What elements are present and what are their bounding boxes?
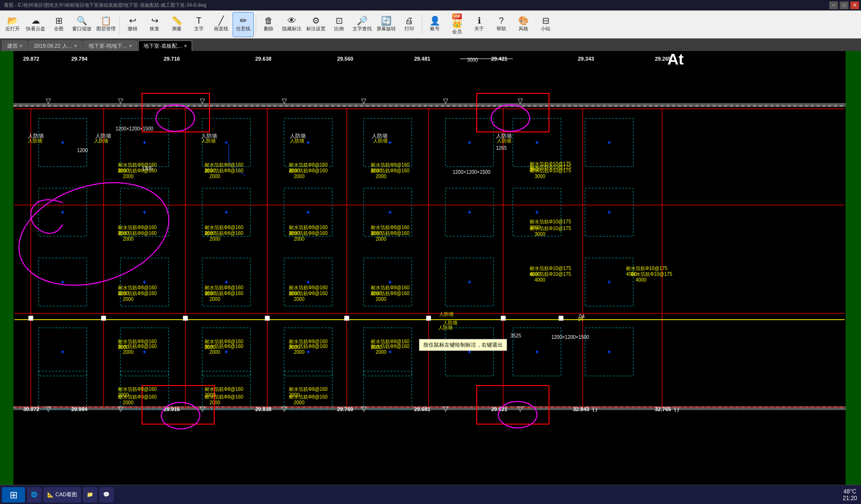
text-icon: T: [196, 16, 202, 25]
cad-canvas-area[interactable]: 按住鼠标左键绘制标注，右键退出: [0, 51, 861, 491]
draw-line-label: 画直线: [214, 26, 228, 32]
windows-taskbar: ⊞ 🌐 📐 CAD看图 📁 💬 48°C 21:20: [0, 485, 861, 504]
taskbar-browser[interactable]: 🌐: [27, 487, 41, 503]
toolbar-btn-redo[interactable]: ↪恢复: [144, 12, 165, 37]
toolbar-btn-mini[interactable]: ⊟小站: [535, 12, 556, 37]
print-icon: 🖨: [405, 16, 414, 25]
close-button[interactable]: ✕: [850, 1, 859, 9]
full-view-icon: ⊞: [55, 16, 63, 25]
recent-open-icon: 📂: [7, 16, 18, 25]
freehand-icon: ✏: [240, 16, 247, 25]
toolbar-btn-window-zoom[interactable]: 🔍窗口缩放: [70, 12, 93, 37]
toolbar: 📂近打开☁快看云盘⊞全图🔍窗口缩放📋图层管理↩撤销↪恢复📏测量T文字╱画直线✏任…: [0, 11, 861, 39]
toolbar-btn-about[interactable]: ℹ关于: [469, 12, 490, 37]
undo-label: 撤销: [128, 26, 137, 32]
full-view-label: 全图: [54, 26, 64, 32]
measure-icon: 📏: [171, 16, 182, 25]
toolbar-btn-screen-rotate[interactable]: 🔄屏幕旋转: [375, 12, 398, 37]
start-icon: ⊞: [10, 489, 18, 501]
layer-mgr-label: 图层管理: [96, 26, 116, 32]
taskbar-time: 48°C 21:20: [843, 488, 857, 502]
layer-mgr-icon: 📋: [101, 16, 111, 25]
taskbar-wechat[interactable]: 💬: [99, 487, 114, 503]
toolbar-btn-member[interactable]: VIP👑会员: [446, 12, 468, 37]
toolbar-divider: [422, 15, 422, 34]
toolbar-btn-label-setting[interactable]: ⚙标注设置: [304, 12, 327, 37]
hide-label-icon: 👁: [287, 16, 296, 25]
label-setting-icon: ⚙: [312, 16, 320, 25]
about-icon: ℹ: [478, 16, 481, 25]
mini-label: 小站: [541, 26, 550, 32]
account-label: 账号: [430, 26, 440, 32]
toolbar-btn-account[interactable]: 👤账号: [424, 12, 445, 37]
member-label: 会员: [452, 28, 462, 35]
cloud-save-icon: ☁: [31, 16, 40, 25]
member-icon: 👑: [452, 19, 462, 28]
tooltip-popup: 按住鼠标左键绘制标注，右键退出: [419, 339, 507, 351]
toolbar-divider: [256, 15, 256, 34]
toolbar-btn-hide-label[interactable]: 👁隐藏标注: [280, 12, 303, 37]
tabbar: 建筑 ×2019.08.22 人… ×地下室-纯地下… ×地下室-底板配… ×: [0, 39, 861, 51]
toolbar-btn-layer-mgr[interactable]: 📋图层管理: [94, 12, 117, 37]
start-button[interactable]: ⊞: [2, 487, 25, 503]
toolbar-btn-help[interactable]: ?帮助: [491, 12, 512, 37]
style-icon: 🎨: [518, 16, 529, 25]
hide-label-label: 隐藏标注: [282, 26, 301, 32]
toolbar-btn-text[interactable]: T文字: [188, 12, 209, 37]
toolbar-btn-cloud-save[interactable]: ☁快看云盘: [24, 12, 47, 37]
delete-icon: 🗑: [264, 16, 273, 25]
toolbar-btn-freehand[interactable]: ✏任意线: [233, 12, 254, 37]
taskbar-cad[interactable]: 📐 CAD看图: [43, 487, 81, 503]
account-icon: 👤: [430, 16, 440, 25]
style-label: 风格: [519, 26, 528, 32]
toolbar-btn-recent-open[interactable]: 📂近打开: [2, 12, 23, 37]
redo-icon: ↪: [151, 16, 158, 25]
toolbar-btn-print[interactable]: 🖨打印: [399, 12, 420, 37]
screen-rotate-label: 屏幕旋转: [377, 26, 396, 32]
redo-label: 恢复: [150, 26, 159, 32]
measure-label: 测量: [172, 26, 182, 32]
help-label: 帮助: [496, 26, 506, 32]
tab-tab1[interactable]: 建筑 ×: [2, 40, 27, 51]
toolbar-btn-undo[interactable]: ↩撤销: [122, 12, 143, 37]
window-zoom-icon: 🔍: [77, 16, 87, 25]
about-label: 关于: [474, 26, 484, 32]
label-setting-label: 标注设置: [306, 26, 326, 32]
text-find-icon: 🔎: [357, 16, 367, 25]
tab-tab3[interactable]: 地下室-纯地下… ×: [83, 40, 137, 51]
toolbar-divider: [119, 15, 120, 34]
maximize-button[interactable]: □: [840, 1, 848, 9]
toolbar-btn-style[interactable]: 🎨风格: [513, 12, 534, 37]
titlebar: 看图 - E:\裕州项目\图纸文件\裕棉项目地下室基础底板图\地下室-底板配筋-…: [0, 0, 861, 11]
scale-icon: ⊡: [336, 16, 343, 25]
undo-icon: ↩: [129, 16, 136, 25]
mini-icon: ⊟: [542, 16, 549, 25]
text-label: 文字: [194, 26, 204, 32]
toolbar-btn-delete[interactable]: 🗑删除: [258, 12, 279, 37]
toolbar-btn-scale[interactable]: ⊡比例: [328, 12, 350, 37]
title-text: 看图 - E:\裕州项目\图纸文件\裕棉项目地下室基础底板图\地下室-底板配筋-…: [4, 2, 207, 9]
delete-label: 删除: [264, 26, 274, 32]
cad-drawing: [0, 51, 861, 491]
tab-tab4[interactable]: 地下室-底板配… ×: [138, 40, 192, 51]
print-label: 打印: [404, 26, 414, 32]
freehand-label: 任意线: [236, 26, 250, 32]
recent-open-label: 近打开: [5, 26, 20, 32]
screen-rotate-icon: 🔄: [381, 16, 391, 25]
toolbar-btn-full-view[interactable]: ⊞全图: [48, 12, 69, 37]
cloud-save-label: 快看云盘: [26, 26, 45, 32]
toolbar-btn-measure[interactable]: 📏测量: [166, 12, 187, 37]
tab-tab2[interactable]: 2019.08.22 人… ×: [28, 40, 82, 51]
scale-label: 比例: [334, 26, 344, 32]
toolbar-btn-draw-line[interactable]: ╱画直线: [210, 12, 232, 37]
toolbar-btn-text-find[interactable]: 🔎文字查找: [351, 12, 374, 37]
taskbar-files[interactable]: 📁: [83, 487, 97, 503]
window-zoom-label: 窗口缩放: [72, 26, 91, 32]
minimize-button[interactable]: ─: [829, 1, 838, 9]
text-find-label: 文字查找: [352, 26, 372, 32]
draw-line-icon: ╱: [219, 16, 224, 25]
help-icon: ?: [499, 16, 504, 25]
